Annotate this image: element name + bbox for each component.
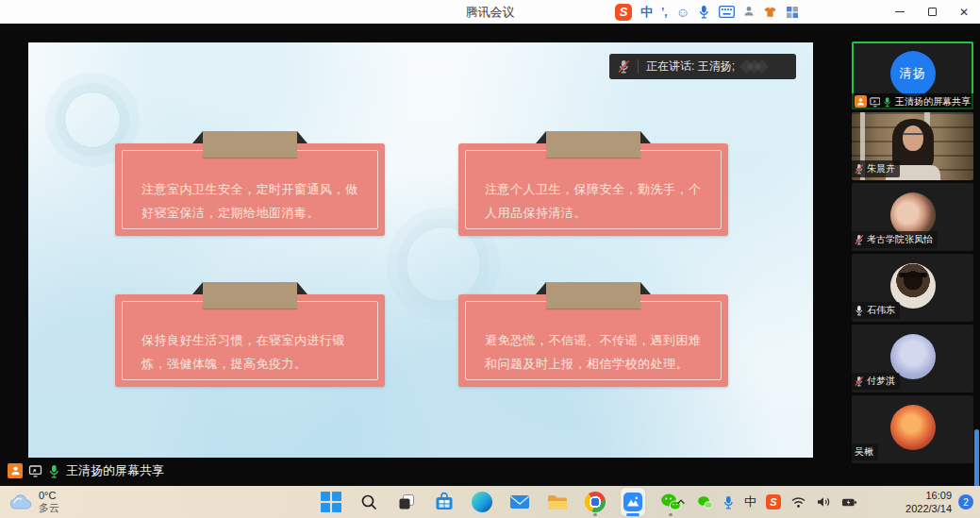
slide-card-3: 保持良好生活习惯，在寝室内进行锻炼，强健体魄，提高免疫力。 <box>115 294 385 387</box>
taskbar-app-icons <box>319 486 683 518</box>
window-titlebar[interactable]: 腾讯会议 S 中 ’, ☺ ✕ <box>0 0 980 24</box>
presenter-icon <box>855 95 867 108</box>
battery-icon[interactable] <box>841 496 857 509</box>
slide-card-4: 避免恐慌，不信谣、不传谣，遇到困难和问题及时上报，相信学校的处理。 <box>458 294 728 387</box>
participant-tile-wangqingyang[interactable]: 清扬 王清扬的屏幕共享 <box>852 42 973 109</box>
user-icon[interactable] <box>743 6 755 18</box>
participant-tile-wuqiu[interactable]: 吴楸 <box>852 395 973 463</box>
mic-muted-icon <box>855 376 864 387</box>
tile-status-bar: 王清扬的屏幕共享 <box>852 93 973 109</box>
divider <box>638 59 639 74</box>
active-speaker-banner: 正在讲话: 王清扬; <box>609 54 796 79</box>
participant-tile-zhuchenhui[interactable]: 朱晨卉 <box>852 112 973 180</box>
avatar: 清扬 <box>890 51 936 96</box>
screen-share-bar: 王清扬的屏幕共享 <box>0 458 813 484</box>
avatar <box>890 405 936 450</box>
microphone-icon[interactable] <box>698 5 710 19</box>
sogou-ime-toolbar: S 中 ’, ☺ <box>615 0 799 24</box>
hidden-icons-chevron[interactable] <box>674 496 688 508</box>
microsoft-store-icon[interactable] <box>432 488 457 516</box>
minimize-button[interactable] <box>884 0 916 24</box>
participant-label: 付梦淇 <box>852 373 900 390</box>
sogou-logo-icon[interactable]: S <box>615 4 632 21</box>
keyboard-icon[interactable] <box>719 6 735 18</box>
shared-screen-slide: 注意室内卫生安全，定时开窗通风，做好寝室保洁，定期给地面消毒。 注意个人卫生，保… <box>28 42 813 458</box>
skin-icon[interactable] <box>763 6 777 19</box>
share-bar-label: 王清扬的屏幕共享 <box>66 462 164 479</box>
clock-date: 2022/3/14 <box>905 502 952 515</box>
watercolor-ripple <box>406 226 481 302</box>
mic-muted-icon <box>855 163 864 175</box>
taskbar-weather-widget[interactable]: 0°C 多云 <box>9 486 59 518</box>
close-button[interactable]: ✕ <box>948 0 980 24</box>
sogou-tray-icon[interactable]: S <box>766 494 781 510</box>
microphone-tray-icon[interactable] <box>723 495 735 510</box>
toolbox-icon[interactable] <box>786 6 799 19</box>
task-view-button[interactable] <box>394 488 419 516</box>
slide-card-2: 注意个人卫生，保障安全，勤洗手，个人用品保持清洁。 <box>458 143 728 236</box>
participant-label: 考古学院张凤怡 <box>852 231 938 248</box>
meeting-stage: 注意室内卫生安全，定时开窗通风，做好寝室保洁，定期给地面消毒。 注意个人卫生，保… <box>0 24 980 486</box>
mic-on-icon <box>883 96 892 108</box>
participant-label: 石伟东 <box>852 302 900 319</box>
participant-name: 考古学院张凤怡 <box>867 233 933 246</box>
wechat-tray-icon[interactable] <box>697 495 713 510</box>
watercolor-ripple <box>64 92 121 148</box>
windows-taskbar: 0°C 多云 <box>0 486 980 518</box>
wifi-icon[interactable] <box>790 495 806 509</box>
card-tab <box>546 131 640 158</box>
active-speaker-text: 正在讲话: 王清扬; <box>646 58 735 75</box>
participant-tile-zhangfengyi[interactable]: 考古学院张凤怡 <box>852 183 973 251</box>
mic-muted-icon <box>855 234 864 245</box>
input-language-indicator[interactable]: 中 <box>744 493 756 510</box>
tencent-meeting-taskbar-icon[interactable] <box>621 488 645 516</box>
participant-label: 朱晨卉 <box>852 160 900 177</box>
participant-tile-shiweidong[interactable]: 石伟东 <box>852 254 973 322</box>
punctuation-icon[interactable]: ’, <box>661 6 668 19</box>
file-explorer-icon[interactable] <box>545 488 570 516</box>
maximize-button[interactable] <box>916 0 948 24</box>
card-tab <box>203 131 297 158</box>
emoji-icon[interactable]: ☺ <box>676 5 689 20</box>
lang-indicator[interactable]: 中 <box>640 4 653 21</box>
mic-muted-icon <box>618 59 630 74</box>
start-button[interactable] <box>319 488 343 516</box>
participant-name: 朱晨卉 <box>867 162 895 175</box>
card-text: 注意室内卫生安全，定时开窗通风，做好寝室保洁，定期给地面消毒。 <box>141 177 364 226</box>
screen-share-icon <box>870 96 881 108</box>
chrome-icon[interactable] <box>583 488 607 516</box>
system-tray: 中 S <box>674 486 857 518</box>
window-controls: ✕ <box>884 0 980 24</box>
weather-condition: 多云 <box>39 502 59 514</box>
clock-time: 16:09 <box>905 489 952 502</box>
screen-share-icon <box>28 464 42 477</box>
participant-name: 王清扬的屏幕共享 <box>895 95 971 109</box>
weather-temperature: 0°C <box>39 490 59 502</box>
participant-name: 付梦淇 <box>867 375 895 388</box>
tencent-meeting-window: 腾讯会议 S 中 ’, ☺ ✕ <box>0 0 980 518</box>
search-button[interactable] <box>357 488 381 516</box>
mic-on-icon <box>855 305 864 316</box>
window-title: 腾讯会议 <box>0 0 980 24</box>
watermark-diamonds <box>744 61 767 72</box>
participant-name: 石伟东 <box>867 304 895 317</box>
card-tab <box>203 282 297 309</box>
slide-card-1: 注意室内卫生安全，定时开窗通风，做好寝室保洁，定期给地面消毒。 <box>115 143 385 236</box>
sidebar-scrollbar[interactable] <box>974 429 979 493</box>
mic-on-icon <box>48 464 60 478</box>
participant-tile-fumengqi[interactable]: 付梦淇 <box>852 325 973 393</box>
participant-label: 吴楸 <box>852 443 878 460</box>
card-tab <box>546 282 640 309</box>
mail-icon[interactable] <box>507 488 532 516</box>
card-text: 保持良好生活习惯，在寝室内进行锻炼，强健体魄，提高免疫力。 <box>141 328 364 376</box>
volume-icon[interactable] <box>816 495 832 509</box>
taskbar-clock[interactable]: 16:09 2022/3/14 <box>905 486 952 518</box>
notification-count-badge[interactable]: 2 <box>958 494 973 510</box>
edge-icon[interactable] <box>470 488 494 516</box>
participant-name: 吴楸 <box>855 445 873 459</box>
card-text: 注意个人卫生，保障安全，勤洗手，个人用品保持清洁。 <box>485 177 707 226</box>
presenter-icon <box>8 463 23 478</box>
cloud-icon <box>9 494 32 510</box>
card-text: 避免恐慌，不信谣、不传谣，遇到困难和问题及时上报，相信学校的处理。 <box>485 328 707 376</box>
